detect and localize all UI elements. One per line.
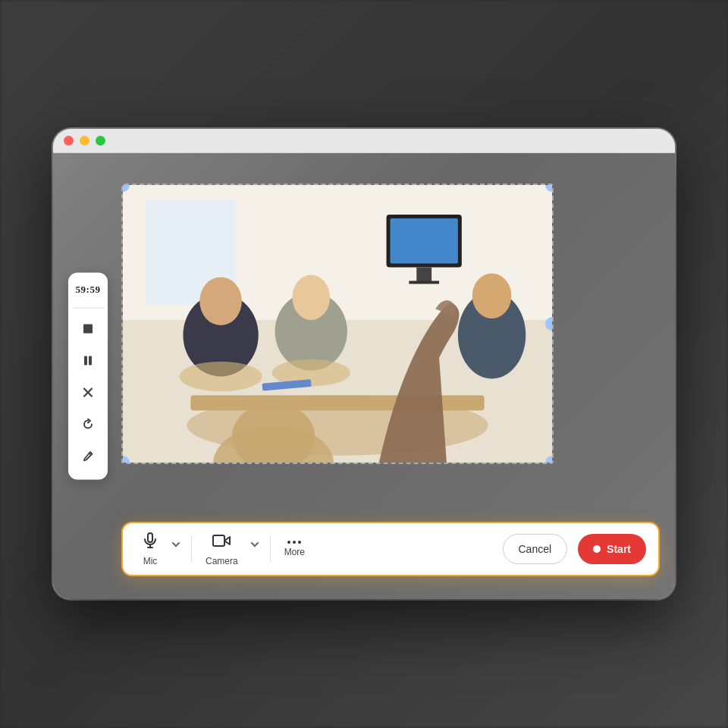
- window-content: 59:59: [53, 153, 675, 599]
- handle-bottom-right[interactable]: [545, 456, 554, 464]
- svg-rect-1: [84, 356, 87, 366]
- edit-button[interactable]: [75, 444, 101, 469]
- svg-point-15: [199, 277, 242, 325]
- svg-point-17: [292, 275, 330, 320]
- capture-selection-area[interactable]: [121, 184, 554, 464]
- svg-rect-10: [416, 268, 431, 283]
- close-button[interactable]: [75, 380, 101, 406]
- separator-2: [270, 535, 271, 563]
- stop-button[interactable]: [75, 316, 101, 342]
- pause-button[interactable]: [75, 348, 101, 374]
- camera-button[interactable]: Camera: [199, 527, 244, 571]
- camera-chevron[interactable]: [247, 537, 262, 555]
- camera-icon: [212, 532, 231, 553]
- start-button[interactable]: Start: [578, 534, 646, 564]
- meeting-preview: [123, 185, 552, 463]
- maximize-window-button[interactable]: [96, 136, 105, 146]
- svg-rect-9: [391, 218, 458, 264]
- mic-button[interactable]: Mic: [135, 527, 165, 571]
- rec-indicator: [593, 545, 601, 553]
- camera-label: Camera: [206, 556, 238, 566]
- mic-group: Mic: [135, 527, 184, 571]
- more-icon: [287, 541, 301, 544]
- desktop: 59:59: [0, 0, 728, 728]
- separator-1: [191, 535, 192, 563]
- toolbar-divider: [72, 308, 104, 309]
- svg-rect-28: [213, 535, 224, 546]
- handle-middle-right[interactable]: [545, 317, 554, 331]
- timer-display: 59:59: [76, 284, 101, 296]
- laptop-window: 59:59: [53, 129, 675, 599]
- reset-button[interactable]: [75, 412, 101, 438]
- meeting-illustration: [123, 185, 552, 463]
- cancel-button[interactable]: Cancel: [503, 534, 568, 564]
- start-label: Start: [607, 543, 631, 555]
- svg-point-19: [472, 273, 512, 318]
- mic-icon: [141, 532, 159, 553]
- more-label: More: [284, 547, 305, 557]
- svg-rect-0: [83, 325, 93, 334]
- close-window-button[interactable]: [64, 136, 74, 146]
- more-button[interactable]: More: [278, 536, 311, 562]
- mic-label: Mic: [143, 556, 158, 566]
- minimize-window-button[interactable]: [80, 136, 89, 146]
- recording-toolbar: Mic: [121, 522, 660, 576]
- svg-point-22: [179, 362, 262, 392]
- window-chrome: [53, 129, 675, 153]
- svg-rect-2: [89, 356, 92, 366]
- camera-group: Camera: [199, 527, 262, 571]
- mic-chevron[interactable]: [168, 537, 184, 555]
- left-toolbar: 59:59: [68, 273, 108, 480]
- svg-rect-11: [409, 281, 439, 284]
- svg-rect-25: [148, 533, 152, 542]
